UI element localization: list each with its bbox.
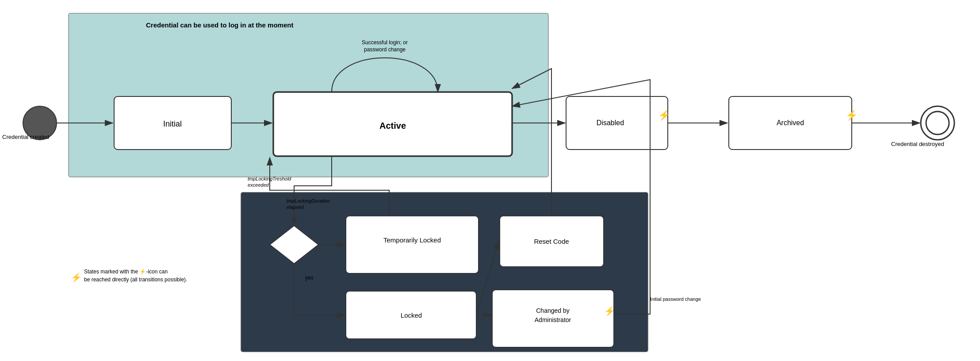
initial-pw-change-label: Initial password change [650,296,701,302]
legend-line1: States marked with the ⚡-icon can [84,268,168,275]
yes-label: yes [305,275,314,281]
tmp-duration-label1: tmpLockingDuration [287,198,330,204]
successful-login-label: Successful login; or [362,39,408,46]
disabled-state-label: Disabled [597,119,624,127]
archived-state-label: Archived [777,119,804,127]
state-diagram: Credential can be used to log in at the … [0,0,980,361]
svg-text:⚡: ⚡ [846,109,858,121]
credential-created-label: Credential created [2,134,49,140]
temp-locked-box [346,216,479,273]
svg-text:⚡: ⚡ [658,109,670,121]
tmp-duration-label2: elapsed [287,204,304,210]
locked-label: Locked [401,311,422,319]
changed-admin-label2: Administrator [535,316,571,323]
temp-locked-label: Temporarily Locked [383,236,441,244]
active-state-label: Active [379,121,406,131]
legend-line2: be reached directly (all transitions pos… [84,277,187,283]
login-group-label: Credential can be used to log in at the … [146,21,293,29]
credential-destroyed-label: Credential destroyed [891,141,944,147]
successful-login-label2: password change [364,46,406,53]
changed-admin-label1: Changed by [536,307,570,314]
end-circle-inner [926,111,949,134]
svg-text:⚡: ⚡ [604,306,615,316]
initial-state-label: Initial [163,119,182,128]
reset-code-label: Reset Code [534,238,569,245]
tmp-locking-label2: exceeded [248,182,269,188]
legend-icon: ⚡ [71,272,82,283]
